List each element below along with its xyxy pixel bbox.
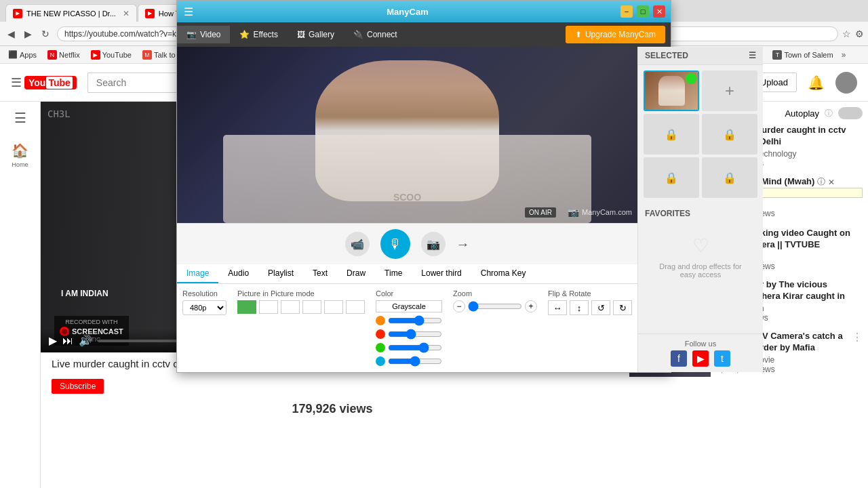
netflix-label: Netflix <box>59 51 80 59</box>
selected-cell-1[interactable] <box>644 70 699 111</box>
pip-mode-6[interactable] <box>346 300 365 314</box>
refresh-button[interactable]: ↻ <box>38 27 53 41</box>
menu-sidebar-icon: ☰ <box>14 110 26 126</box>
favorites-text: Drag and drop effects for easy access <box>656 262 745 279</box>
color-slider-1[interactable] <box>388 315 442 326</box>
user-avatar[interactable] <box>835 72 857 94</box>
bookmark-netflix[interactable]: N Netflix <box>45 49 83 60</box>
browser-actions: ☆ ⚙ <box>842 28 864 39</box>
menu-icon[interactable]: ☰ <box>11 75 22 90</box>
subscribe-button[interactable]: Subscribe <box>52 379 104 394</box>
manycam-window: ☰ ManyCam − □ ✕ 📷 Video ⭐ <box>176 64 671 373</box>
tab-image[interactable]: Image <box>177 264 218 283</box>
mute-button[interactable]: 🔊 <box>79 334 92 347</box>
pip-label: Picture in Picture mode <box>237 289 365 298</box>
color-slider-4[interactable] <box>388 356 442 367</box>
on-air-badge: ON AIR <box>525 207 556 218</box>
lock-icon-4: 🔒 <box>723 128 736 141</box>
zoom-label: Zoom <box>453 289 537 298</box>
tab-1-close[interactable]: ✕ <box>123 9 130 18</box>
talk-favicon: M <box>142 50 152 60</box>
star-button[interactable]: ☆ <box>842 28 851 39</box>
resolution-select[interactable]: 480p 720p 1080p <box>182 300 226 315</box>
color-row-3 <box>376 342 442 353</box>
upload-label: Upload <box>760 77 788 87</box>
youtube-logo-text[interactable]: YouTube <box>24 76 77 89</box>
tab-1[interactable]: ▶ THE NEW PICASSO | Dr... ✕ <box>5 4 137 22</box>
ad-info-icon[interactable]: ⓘ <box>817 176 825 188</box>
tab-chroma-key[interactable]: Chroma Key <box>471 264 536 283</box>
autoplay-toggle[interactable] <box>838 107 863 119</box>
autoplay-label: Autoplay <box>785 108 819 119</box>
pip-mode-1[interactable] <box>237 300 256 314</box>
zoom-out-button[interactable]: − <box>453 300 465 312</box>
selected-cell-5[interactable]: 🔒 <box>644 157 699 198</box>
tab-draw[interactable]: Draw <box>337 264 375 283</box>
selected-cell-add[interactable]: + <box>702 70 757 111</box>
next-button[interactable]: ⏭ <box>62 335 73 347</box>
resolution-label: Resolution <box>182 289 226 298</box>
youtube-sidebar: ☰ 🏠 Home <box>0 102 41 488</box>
selected-cell-6[interactable]: 🔒 <box>702 157 757 198</box>
twitter-icon[interactable]: t <box>714 350 730 367</box>
manycam-watermark: 📷 ManyCam.com <box>568 207 632 218</box>
rotate-left-button[interactable]: ↺ <box>591 300 610 315</box>
home-label: Home <box>12 161 28 168</box>
zoom-in-button[interactable]: + <box>525 300 537 312</box>
next-source-button[interactable]: → <box>456 237 470 252</box>
zoom-group: Zoom − + <box>453 289 537 367</box>
recorded-text: RECORDED WITH <box>65 319 117 325</box>
snapshot-button[interactable]: 📷 <box>421 232 446 256</box>
tab-text[interactable]: Text <box>303 264 337 283</box>
sidebar-item-menu[interactable]: ☰ <box>12 107 29 129</box>
lock-icon-5: 🔒 <box>665 171 678 184</box>
color-row-4 <box>376 356 442 367</box>
pip-mode-4[interactable] <box>302 300 321 314</box>
bookmark-apps[interactable]: ⬛ Apps <box>5 49 39 60</box>
play-button[interactable]: ▶ <box>49 334 57 347</box>
browser-frame: ▶ THE NEW PICASSO | Dr... ✕ ▶ How To use… <box>0 0 868 488</box>
pip-mode-3[interactable] <box>281 300 300 314</box>
more-options-icon[interactable]: ⋮ <box>852 331 863 344</box>
lock-icon-3: 🔒 <box>665 128 678 141</box>
notifications-button[interactable]: 🔔 <box>808 75 825 91</box>
youtube-social-icon[interactable]: ▶ <box>692 350 709 367</box>
forward-button[interactable]: ▶ <box>21 27 35 41</box>
facebook-icon[interactable]: f <box>671 350 687 367</box>
tab-lower-third[interactable]: Lower third <box>412 264 471 283</box>
color-dot-orange <box>376 316 385 325</box>
color-dot-blue <box>376 357 385 366</box>
flip-vertical-button[interactable]: ↕ <box>570 300 589 315</box>
camera-watermark-icon: 📷 <box>568 207 579 218</box>
youtube-favicon: ▶ <box>91 50 100 60</box>
manycam-body: SCOO 📷 ManyCam.com ON AIR <box>177 64 671 372</box>
flip-horizontal-button[interactable]: ↔ <box>548 300 567 315</box>
bookmark-youtube[interactable]: ▶ YouTube <box>88 49 134 60</box>
microphone-toggle-button[interactable]: 🎙 <box>380 229 410 259</box>
bookmarks-more[interactable]: » <box>842 50 846 60</box>
zoom-slider[interactable] <box>468 301 522 312</box>
manycam-left-panel: SCOO 📷 ManyCam.com ON AIR <box>177 64 637 372</box>
bookmark-townofsalem[interactable]: T Town of Salem <box>770 49 835 60</box>
ad-close-icon[interactable]: ✕ <box>828 178 835 187</box>
color-slider-2[interactable] <box>388 329 442 340</box>
camera-toggle-button[interactable]: 📹 <box>345 232 370 256</box>
tab-1-title: THE NEW PICASSO | Dr... <box>26 9 116 18</box>
tab-time[interactable]: Time <box>375 264 412 283</box>
tab-playlist[interactable]: Playlist <box>258 264 303 283</box>
pip-mode-2[interactable] <box>259 300 278 314</box>
color-slider-3[interactable] <box>388 342 442 353</box>
pip-mode-5[interactable] <box>324 300 343 314</box>
sidebar-item-home[interactable]: 🏠 Home <box>9 140 31 171</box>
tab-2-favicon: ▶ <box>145 9 155 18</box>
subscribe-section: Subscribe <box>41 375 624 396</box>
selected-cell-4[interactable]: 🔒 <box>702 114 757 155</box>
selected-cell-3[interactable]: 🔒 <box>644 114 699 155</box>
favorites-section: FAVORITES ♡ Drag and drop effects for ea… <box>638 203 763 295</box>
flip-label: Flip & Rotate <box>548 289 632 298</box>
tab-audio[interactable]: Audio <box>218 264 258 283</box>
grayscale-button[interactable]: Grayscale <box>376 300 442 312</box>
rotate-right-button[interactable]: ↻ <box>613 300 632 315</box>
settings-button[interactable]: ⚙ <box>855 28 864 39</box>
back-button[interactable]: ◀ <box>4 27 18 41</box>
